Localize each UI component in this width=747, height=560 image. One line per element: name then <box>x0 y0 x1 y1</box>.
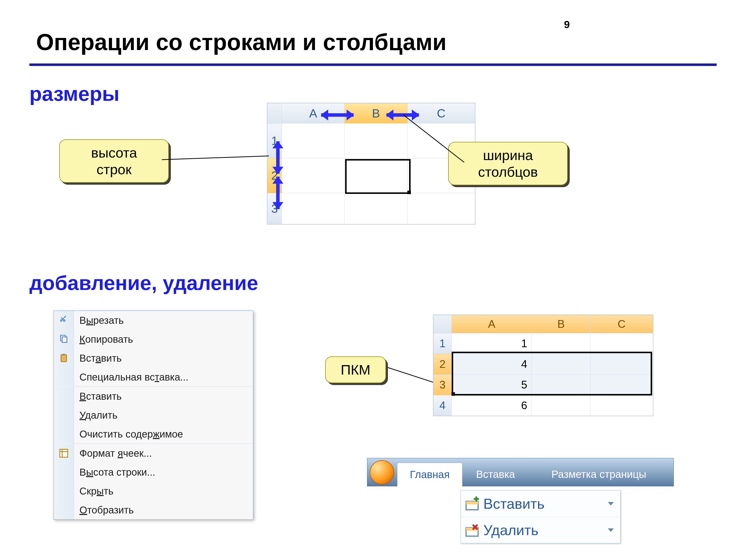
menu-label: Формат ячеек... <box>74 448 253 459</box>
office-button-icon[interactable] <box>370 460 394 485</box>
tab-page-layout[interactable]: Разметка страницы <box>529 463 669 486</box>
menu-label: Высота строки... <box>74 466 253 478</box>
menu-item-copy[interactable]: Копировать <box>54 330 253 349</box>
dropdown-arrow-icon[interactable] <box>606 499 616 509</box>
col-header-b[interactable]: B <box>532 315 590 333</box>
slide: 9 Операции со строками и столбцами разме… <box>0 0 747 560</box>
cell[interactable] <box>282 158 344 193</box>
blank-icon <box>54 387 74 406</box>
cell[interactable] <box>344 124 407 158</box>
row-header[interactable]: 2 <box>434 354 452 375</box>
button-label: Удалить <box>483 522 606 538</box>
cell[interactable] <box>282 124 344 158</box>
cell[interactable] <box>344 193 407 224</box>
menu-label: Вставить <box>74 353 253 364</box>
cell[interactable]: 4 <box>452 354 532 375</box>
blank-icon <box>54 482 74 501</box>
callout-text: ПКМ <box>341 362 370 378</box>
tab-home[interactable]: Главная <box>397 463 462 486</box>
menu-label: Скрыть <box>74 486 253 497</box>
cell[interactable] <box>590 395 653 416</box>
cell[interactable] <box>590 333 653 354</box>
row-header[interactable]: 3 <box>434 375 452 395</box>
callout-rmb: ПКМ <box>325 356 386 383</box>
menu-label: Вставить <box>74 391 253 402</box>
svg-rect-1 <box>62 337 67 343</box>
svg-rect-6 <box>466 501 478 504</box>
callout-text: высота строк <box>91 145 137 177</box>
paste-icon <box>54 349 74 368</box>
insert-button[interactable]: Вставить <box>461 490 620 517</box>
blank-icon <box>54 368 74 386</box>
page-number: 9 <box>564 19 570 31</box>
svg-rect-3 <box>62 354 65 355</box>
excel-grid-resize: A B C 1 2 3 <box>267 103 475 224</box>
copy-icon <box>54 330 74 349</box>
excel-grid-selection: A B C 1 1 2 4 3 5 <box>433 315 653 416</box>
context-menu: Вырезать Копировать Вставить Специальная… <box>54 311 253 520</box>
dropdown-arrow-icon[interactable] <box>606 525 616 535</box>
menu-label: Вырезать <box>74 315 253 326</box>
blank-icon <box>54 463 74 482</box>
menu-item-clear[interactable]: Очистить содержимое <box>54 425 253 444</box>
ribbon-tabs: Главная Вставка Разметка страницы <box>367 458 674 486</box>
menu-item-cut[interactable]: Вырезать <box>54 311 253 330</box>
menu-item-paste-special[interactable]: Специальная вставка... <box>54 368 253 386</box>
blank-icon <box>54 425 74 444</box>
blank-icon <box>54 406 74 425</box>
menu-item-hide[interactable]: Скрыть <box>54 482 253 501</box>
cell[interactable] <box>282 193 344 224</box>
callout-col-width: ширина столбцов <box>448 142 568 185</box>
menu-label: Удалить <box>74 410 253 421</box>
callout-row-height: высота строк <box>59 139 169 183</box>
svg-rect-2 <box>61 355 67 362</box>
blank-icon <box>54 501 74 519</box>
menu-item-unhide[interactable]: Отобразить <box>54 501 253 519</box>
scissors-icon <box>54 311 74 330</box>
resize-col-arrow-icon <box>386 109 419 121</box>
insert-cells-icon <box>461 490 483 517</box>
menu-item-paste[interactable]: Вставить <box>54 349 253 368</box>
cell[interactable] <box>532 395 590 416</box>
callout-leader <box>388 367 435 383</box>
cell[interactable] <box>590 354 653 375</box>
callout-text: ширина столбцов <box>478 148 538 180</box>
section-sizes: размеры <box>29 82 120 106</box>
menu-label: Отобразить <box>74 505 253 516</box>
row-header[interactable]: 4 <box>434 395 452 416</box>
select-all-corner[interactable] <box>434 315 452 333</box>
cell[interactable] <box>532 375 590 395</box>
callout-leader <box>162 156 269 160</box>
cell[interactable]: 1 <box>452 333 532 354</box>
col-header-c[interactable]: C <box>590 315 653 333</box>
cell[interactable] <box>344 158 407 193</box>
resize-row-arrow-icon <box>273 141 283 174</box>
select-all-corner[interactable] <box>267 103 282 124</box>
cell[interactable]: 5 <box>452 375 532 395</box>
cells-group-buttons: Вставить Удалить <box>461 490 620 543</box>
cell[interactable] <box>590 375 653 395</box>
menu-item-insert[interactable]: Вставить <box>54 387 253 406</box>
page-title: Операции со строками и столбцами <box>36 29 446 55</box>
menu-item-format-cells[interactable]: Формат ячеек... <box>54 444 253 463</box>
resize-row-arrow-icon <box>273 177 283 209</box>
format-cells-icon <box>54 444 74 463</box>
menu-label: Специальная вставка... <box>74 372 253 383</box>
row-header[interactable]: 1 <box>434 333 452 354</box>
menu-label: Копировать <box>74 334 253 345</box>
delete-button[interactable]: Удалить <box>461 517 620 543</box>
button-label: Вставить <box>483 495 606 512</box>
cell[interactable] <box>407 193 475 224</box>
delete-cells-icon <box>461 517 483 543</box>
tab-insert[interactable]: Вставка <box>467 463 524 486</box>
cell[interactable]: 6 <box>452 395 532 416</box>
cell[interactable] <box>532 333 590 354</box>
col-header-a[interactable]: A <box>452 315 532 333</box>
cell[interactable] <box>532 354 590 375</box>
section-add-delete: добавление, удаление <box>29 271 258 295</box>
resize-col-arrow-icon <box>321 109 354 121</box>
menu-label: Очистить содержимое <box>74 429 253 440</box>
menu-item-row-height[interactable]: Высота строки... <box>54 463 253 482</box>
svg-rect-4 <box>60 449 68 457</box>
menu-item-delete[interactable]: Удалить <box>54 406 253 425</box>
